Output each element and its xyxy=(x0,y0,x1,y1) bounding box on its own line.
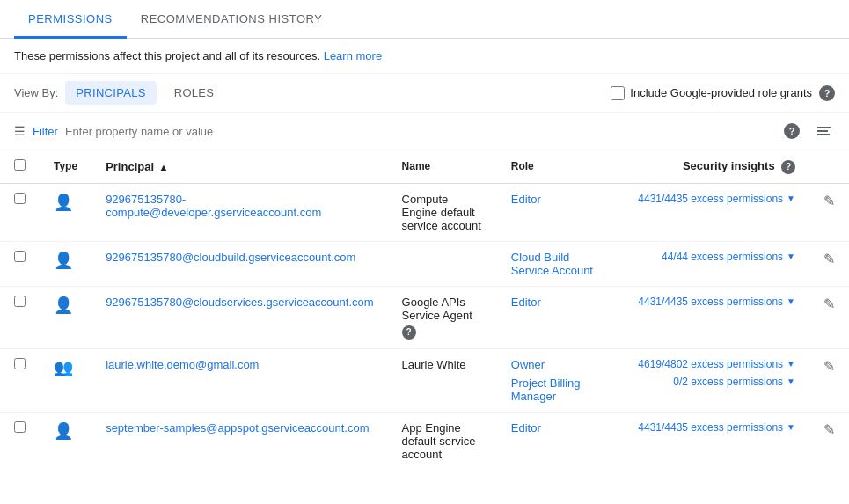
row5-security-cell: 4431/4435 excess permissions ▼ xyxy=(618,412,809,470)
row5-checkbox[interactable] xyxy=(14,421,26,433)
row3-dropdown-arrow[interactable]: ▼ xyxy=(787,296,795,306)
tab-permissions[interactable]: PERMISSIONS xyxy=(14,0,127,39)
info-text: These permissions affect this project an… xyxy=(14,49,320,62)
filter-input[interactable] xyxy=(65,125,294,138)
row3-type-cell: 👤 xyxy=(40,286,91,348)
row1-role[interactable]: Editor xyxy=(511,193,541,206)
row2-dropdown-arrow[interactable]: ▼ xyxy=(787,252,795,261)
row5-name-cell: App Engine default service account xyxy=(388,412,497,470)
filter-label[interactable]: Filter xyxy=(33,125,58,138)
tab-recommendations[interactable]: RECOMMENDATIONS HISTORY xyxy=(127,0,337,39)
row2-edit-icon[interactable]: ✎ xyxy=(823,252,835,267)
row2-edit-cell: ✎ xyxy=(809,241,849,286)
row2-role-cell: Cloud Build Service Account xyxy=(497,241,618,286)
table-row: 👤 929675135780-compute@developer.gservic… xyxy=(0,183,849,241)
row3-checkbox[interactable] xyxy=(14,296,26,307)
col-header-type: Type xyxy=(40,150,91,183)
row2-security-cell: 44/44 excess permissions ▼ xyxy=(618,241,809,286)
row5-role-cell: Editor xyxy=(497,412,618,470)
col-header-security: Security insights ? xyxy=(618,150,809,183)
row3-role[interactable]: Editor xyxy=(511,296,541,309)
row4-role-billing[interactable]: Project Billing Manager xyxy=(511,376,604,403)
row3-edit-icon[interactable]: ✎ xyxy=(823,296,835,311)
view-roles-button[interactable]: ROLES xyxy=(164,81,225,105)
row3-principal-link[interactable]: 929675135780@cloudservices.gserviceaccou… xyxy=(106,296,373,309)
row4-excess-link-1[interactable]: 4619/4802 excess permissions xyxy=(638,358,783,370)
row4-checkbox-cell xyxy=(0,348,40,412)
row4-excess-2: 0/2 excess permissions ▼ xyxy=(673,376,795,388)
columns-icon xyxy=(817,127,831,135)
row4-edit-cell: ✎ xyxy=(809,348,849,412)
permissions-table: Type Principal ▲ Name Role Security insi… xyxy=(0,150,849,470)
row2-principal-link[interactable]: 929675135780@cloudbuild.gserviceaccount.… xyxy=(106,251,355,264)
row5-excess: 4431/4435 excess permissions ▼ xyxy=(633,421,795,434)
row1-type-cell: 👤 xyxy=(40,183,91,241)
row2-principal-cell: 929675135780@cloudbuild.gserviceaccount.… xyxy=(91,241,387,286)
row1-dropdown-arrow[interactable]: ▼ xyxy=(787,194,795,203)
filter-help-button[interactable]: ? xyxy=(780,120,803,142)
col-header-principal[interactable]: Principal ▲ xyxy=(91,150,387,183)
row4-excess-link-2[interactable]: 0/2 excess permissions xyxy=(673,376,783,388)
row4-multi-role: Owner Project Billing Manager xyxy=(511,358,604,403)
row1-excess: 4431/4435 excess permissions ▼ xyxy=(633,193,795,205)
row5-principal-link[interactable]: september-samples@appspot.gserviceaccoun… xyxy=(106,421,369,435)
row1-name-cell: Compute Engine default service account xyxy=(388,183,497,241)
row1-security-cell: 4431/4435 excess permissions ▼ xyxy=(618,183,809,241)
row4-role-owner[interactable]: Owner xyxy=(511,358,604,371)
columns-button[interactable] xyxy=(814,123,835,139)
table-row: 👤 929675135780@cloudbuild.gserviceaccoun… xyxy=(0,241,849,286)
sort-arrow-icon: ▲ xyxy=(158,162,168,172)
include-google-roles-input[interactable] xyxy=(611,86,625,100)
view-principals-button[interactable]: PRINCIPALS xyxy=(65,81,156,105)
row4-dropdown-arrow-2[interactable]: ▼ xyxy=(787,376,795,386)
table-container: Type Principal ▲ Name Role Security insi… xyxy=(0,150,849,470)
row2-checkbox[interactable] xyxy=(14,251,26,262)
row2-checkbox-cell xyxy=(0,241,40,286)
row2-excess-link[interactable]: 44/44 excess permissions xyxy=(662,251,783,263)
row3-excess-link[interactable]: 4431/4435 excess permissions xyxy=(638,296,783,308)
view-by-bar: View By: PRINCIPALS ROLES Include Google… xyxy=(0,74,849,113)
table-row: 👤 929675135780@cloudservices.gserviceacc… xyxy=(0,286,849,348)
service-account-icon: 👤 xyxy=(54,194,73,211)
row1-excess-link[interactable]: 4431/4435 excess permissions xyxy=(638,193,783,205)
filter-icon: ☰ xyxy=(14,124,26,138)
include-google-roles-label: Include Google-provided role grants xyxy=(630,86,812,99)
col-header-name: Name xyxy=(388,150,497,183)
col-header-check xyxy=(0,150,40,183)
help-icon[interactable]: ? xyxy=(819,85,835,101)
filter-left: ☰ Filter xyxy=(14,124,294,138)
row5-role[interactable]: Editor xyxy=(511,421,541,435)
row4-edit-icon[interactable]: ✎ xyxy=(823,359,835,374)
col-header-edit xyxy=(809,150,849,183)
row3-name-help-icon[interactable]: ? xyxy=(402,325,416,340)
row5-type-cell: 👤 xyxy=(40,412,91,470)
row1-role-cell: Editor xyxy=(497,183,618,241)
row1-edit-icon[interactable]: ✎ xyxy=(823,194,835,208)
row5-checkbox-cell xyxy=(0,412,40,470)
row3-role-cell: Editor xyxy=(497,286,618,348)
row2-role[interactable]: Cloud Build Service Account xyxy=(511,251,593,277)
view-by-left: View By: PRINCIPALS ROLES xyxy=(14,81,224,105)
row4-checkbox[interactable] xyxy=(14,358,26,369)
row5-edit-icon[interactable]: ✎ xyxy=(823,422,835,437)
filter-bar: ☰ Filter ? xyxy=(0,113,849,150)
col-header-role: Role xyxy=(497,150,618,183)
row1-principal-cell: 929675135780-compute@developer.gservicea… xyxy=(91,183,387,241)
row4-role-cell: Owner Project Billing Manager xyxy=(497,348,618,412)
row5-excess-link[interactable]: 4431/4435 excess permissions xyxy=(638,421,783,434)
service-account-icon: 👤 xyxy=(54,296,73,314)
include-google-roles-checkbox[interactable]: Include Google-provided role grants xyxy=(611,86,812,100)
security-help-icon[interactable]: ? xyxy=(781,160,795,174)
select-all-checkbox[interactable] xyxy=(14,159,26,171)
row4-dropdown-arrow-1[interactable]: ▼ xyxy=(787,359,795,369)
row2-name-cell xyxy=(388,241,497,286)
info-bar: These permissions affect this project an… xyxy=(0,39,849,74)
row1-checkbox[interactable] xyxy=(14,193,26,204)
row1-principal-link[interactable]: 929675135780-compute@developer.gservicea… xyxy=(106,193,321,219)
tab-bar: PERMISSIONS RECOMMENDATIONS HISTORY xyxy=(0,0,849,39)
row4-principal-link[interactable]: laurie.white.demo@gmail.com xyxy=(106,358,259,371)
row5-dropdown-arrow[interactable]: ▼ xyxy=(787,422,795,432)
learn-more-link[interactable]: Learn more xyxy=(324,49,382,62)
row4-principal-cell: laurie.white.demo@gmail.com xyxy=(91,348,387,412)
view-by-right: Include Google-provided role grants ? xyxy=(611,85,835,101)
